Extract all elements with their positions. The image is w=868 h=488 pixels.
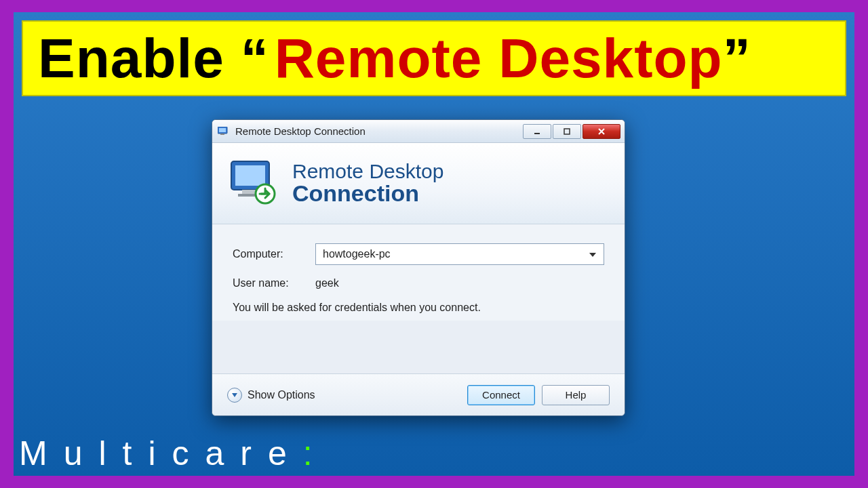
svg-rect-4 (564, 129, 570, 134)
banner-text-quote-close: ” (723, 26, 751, 90)
credentials-info: You will be asked for credentials when y… (233, 302, 604, 314)
dropdown-caret-icon (589, 248, 597, 260)
minimize-button[interactable] (523, 124, 551, 139)
rdp-app-icon (218, 127, 230, 136)
chevron-down-icon (227, 388, 242, 403)
window-title: Remote Desktop Connection (235, 125, 523, 137)
close-button[interactable] (583, 124, 620, 139)
brand-colon: : (303, 434, 329, 472)
window-titlebar[interactable]: Remote Desktop Connection (212, 120, 625, 143)
computer-label: Computer: (233, 248, 303, 260)
svg-rect-6 (235, 165, 265, 186)
banner-text-remote-desktop: Remote Desktop (275, 26, 723, 90)
username-row: User name: geek (233, 277, 604, 289)
computer-value: howtogeek-pc (323, 248, 391, 260)
dialog-header-text: Remote Desktop Connection (292, 161, 443, 206)
username-value: geek (315, 277, 339, 289)
dialog-header: Remote Desktop Connection (212, 143, 625, 224)
title-banner: Enable “ Remote Desktop ” (22, 20, 846, 96)
connect-label: Connect (482, 389, 520, 401)
window-controls (523, 124, 620, 139)
svg-marker-11 (589, 253, 596, 257)
help-button[interactable]: Help (542, 385, 610, 405)
svg-marker-12 (232, 393, 237, 397)
header-line2: Connection (292, 182, 443, 206)
svg-rect-1 (219, 128, 226, 132)
dialog-body: Computer: howtogeek-pc User name: geek Y… (212, 224, 625, 321)
remote-desktop-window: Remote Desktop Connection (212, 119, 625, 416)
connect-button[interactable]: Connect (467, 385, 535, 405)
help-label: Help (566, 389, 587, 401)
banner-text-enable: Enable “ (38, 26, 269, 90)
brand-footer: Multicare: (19, 434, 329, 473)
computer-row: Computer: howtogeek-pc (233, 243, 604, 265)
svg-rect-3 (534, 133, 540, 134)
svg-rect-2 (220, 134, 224, 135)
desktop-background: Enable “ Remote Desktop ” Remote Desktop… (14, 12, 854, 476)
brand-text: Multicare (19, 434, 303, 472)
maximize-button[interactable] (553, 124, 581, 139)
rdp-large-icon (227, 157, 280, 210)
username-label: User name: (233, 277, 303, 289)
computer-combobox[interactable]: howtogeek-pc (315, 243, 604, 265)
show-options-label: Show Options (248, 389, 315, 401)
dialog-footer: Show Options Connect Help (212, 373, 625, 415)
show-options-toggle[interactable]: Show Options (227, 388, 460, 403)
header-line1: Remote Desktop (292, 161, 443, 182)
